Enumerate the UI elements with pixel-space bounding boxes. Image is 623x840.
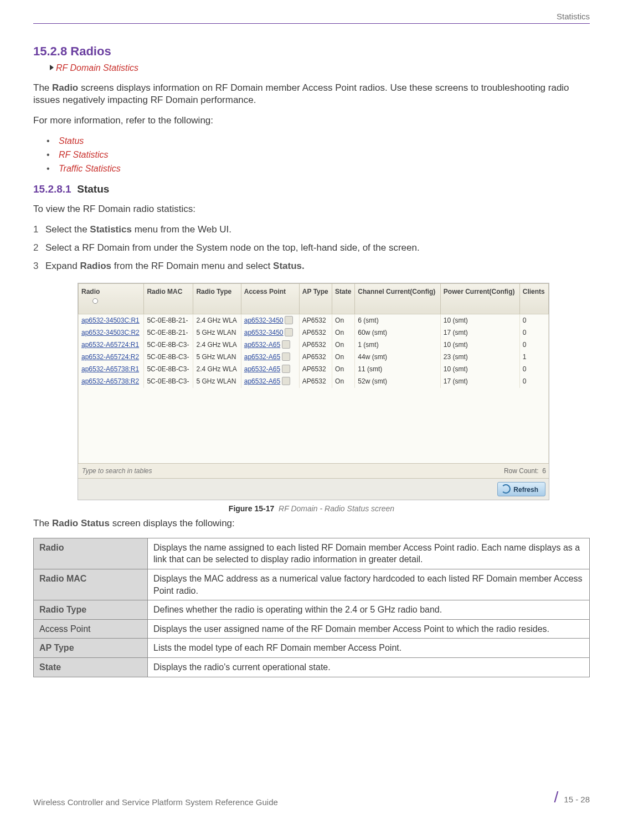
- row-count: Row Count: 6: [504, 466, 546, 475]
- cell-ap: ap6532-A65: [241, 363, 299, 375]
- col-access-point[interactable]: Access Point: [241, 283, 299, 314]
- link-list: Status RF Statistics Traffic Statistics: [47, 135, 590, 174]
- desc-value: Lists the model type of each RF Domain m…: [148, 639, 590, 658]
- step-number: 1: [33, 224, 45, 236]
- cell-type: 2.4 GHz WLA: [193, 339, 241, 351]
- slash-icon: /: [554, 789, 559, 806]
- figure-caption-text: RF Domain - Radio Status screen: [279, 504, 394, 513]
- cell-clients: 0: [519, 314, 548, 326]
- cell-ap: ap6532-3450: [241, 326, 299, 339]
- radio-link[interactable]: ap6532-34503C:R2: [79, 326, 144, 339]
- desc-row: Access PointDisplays the user assigned n…: [34, 619, 590, 639]
- figure-caption: Figure 15-17 RF Domain - Radio Status sc…: [33, 504, 590, 514]
- cell-clients: 1: [519, 351, 548, 363]
- text: The: [33, 518, 52, 528]
- cell-aptype: AP6532: [299, 351, 332, 363]
- cell-mac: 5C-0E-8B-21-: [144, 314, 193, 326]
- cell-channel: 11 (smt): [355, 363, 440, 375]
- ap-link[interactable]: ap6532-A65: [244, 377, 280, 385]
- cell-power: 10 (smt): [440, 339, 519, 351]
- search-input[interactable]: [81, 466, 205, 475]
- radio-link[interactable]: ap6532-A65724:R1: [79, 339, 144, 351]
- table-footer-bar: Row Count: 6: [78, 463, 549, 478]
- footer-right: /15 - 28: [554, 787, 590, 808]
- cell-type: 5 GHz WLAN: [193, 326, 241, 339]
- cell-clients: 0: [519, 339, 548, 351]
- text: Select the: [45, 224, 90, 235]
- ap-link[interactable]: ap6532-A65: [244, 341, 280, 349]
- cell-aptype: AP6532: [299, 326, 332, 339]
- radio-link[interactable]: ap6532-A65724:R2: [79, 351, 144, 363]
- step-number: 2: [33, 242, 45, 255]
- ap-link[interactable]: ap6532-3450: [244, 317, 284, 324]
- text-bold: Radio: [52, 82, 78, 93]
- table-row: ap6532-A65724:R25C-0E-8B-C3-5 GHz WLANap…: [79, 351, 549, 363]
- ap-icon: [285, 316, 293, 324]
- status-intro: To view the RF Domain radio statistics:: [33, 203, 590, 216]
- col-radio[interactable]: Radio: [79, 283, 144, 314]
- col-clients[interactable]: Clients: [519, 283, 548, 314]
- cell-ap: ap6532-3450: [241, 314, 299, 326]
- cell-power: 17 (smt): [440, 375, 519, 387]
- breadcrumb[interactable]: RF Domain Statistics: [50, 62, 590, 74]
- radio-link[interactable]: ap6532-34503C:R1: [79, 314, 144, 326]
- cell-clients: 0: [519, 375, 548, 387]
- cell-aptype: AP6532: [299, 314, 332, 326]
- page-footer: Wireless Controller and Service Platform…: [33, 787, 590, 808]
- cell-state: On: [332, 339, 355, 351]
- sort-indicator-icon[interactable]: [92, 298, 98, 304]
- text-bold: Radio Status: [52, 518, 110, 528]
- cell-state: On: [332, 326, 355, 339]
- cell-aptype: AP6532: [299, 339, 332, 351]
- refresh-button[interactable]: Refresh: [497, 482, 545, 496]
- intro-paragraph: The Radio screens displays information o…: [33, 82, 590, 107]
- text-bold: Radios: [80, 261, 111, 271]
- figure-screenshot: Radio Radio MAC Radio Type Access Point …: [78, 283, 590, 501]
- text-bold: Statistics: [90, 224, 132, 235]
- cell-aptype: AP6532: [299, 363, 332, 375]
- desc-key: Radio MAC: [34, 569, 148, 600]
- ap-link[interactable]: ap6532-A65: [244, 365, 280, 373]
- cell-type: 5 GHz WLAN: [193, 351, 241, 363]
- table-row: ap6532-A65738:R15C-0E-8B-C3-2.4 GHz WLAa…: [79, 363, 549, 375]
- cell-clients: 0: [519, 363, 548, 375]
- desc-key: Access Point: [34, 619, 148, 639]
- footer-left: Wireless Controller and Service Platform…: [33, 797, 278, 808]
- cell-channel: 44w (smt): [355, 351, 440, 363]
- col-channel[interactable]: Channel Current(Config): [355, 283, 440, 314]
- cell-channel: 60w (smt): [355, 326, 440, 339]
- desc-value: Defines whether the radio is operating w…: [148, 600, 590, 620]
- ap-link[interactable]: ap6532-A65: [244, 353, 280, 361]
- desc-value: Displays the user assigned name of the R…: [148, 619, 590, 639]
- cell-state: On: [332, 363, 355, 375]
- refresh-icon: [501, 484, 511, 494]
- text: Expand: [45, 261, 80, 271]
- cell-channel: 52w (smt): [355, 375, 440, 387]
- col-power[interactable]: Power Current(Config): [440, 283, 519, 314]
- ap-link[interactable]: ap6532-3450: [244, 329, 284, 336]
- cell-power: 10 (smt): [440, 314, 519, 326]
- col-state[interactable]: State: [332, 283, 355, 314]
- subsection-number: 15.2.8.1: [33, 183, 71, 195]
- link-rf-statistics[interactable]: RF Statistics: [47, 149, 590, 161]
- cell-power: 10 (smt): [440, 363, 519, 375]
- radio-link[interactable]: ap6532-A65738:R1: [79, 363, 144, 375]
- subsection-heading: 15.2.8.1 Status: [33, 182, 590, 196]
- cell-mac: 5C-0E-8B-C3-: [144, 339, 193, 351]
- desc-row: AP TypeLists the model type of each RF D…: [34, 639, 590, 658]
- cell-type: 2.4 GHz WLA: [193, 363, 241, 375]
- link-traffic-statistics[interactable]: Traffic Statistics: [47, 163, 590, 175]
- ap-icon: [282, 377, 290, 385]
- ap-icon: [285, 328, 293, 336]
- desc-key: State: [34, 658, 148, 677]
- col-ap-type[interactable]: AP Type: [299, 283, 332, 314]
- cell-aptype: AP6532: [299, 375, 332, 387]
- cell-state: On: [332, 314, 355, 326]
- link-status[interactable]: Status: [47, 135, 590, 147]
- radio-link[interactable]: ap6532-A65738:R2: [79, 375, 144, 387]
- ap-icon: [282, 365, 290, 373]
- col-radio-type[interactable]: Radio Type: [193, 283, 241, 314]
- col-radio-mac[interactable]: Radio MAC: [144, 283, 193, 314]
- text: menu from the Web UI.: [132, 224, 231, 235]
- step-list: 1Select the Statistics menu from the Web…: [33, 224, 590, 273]
